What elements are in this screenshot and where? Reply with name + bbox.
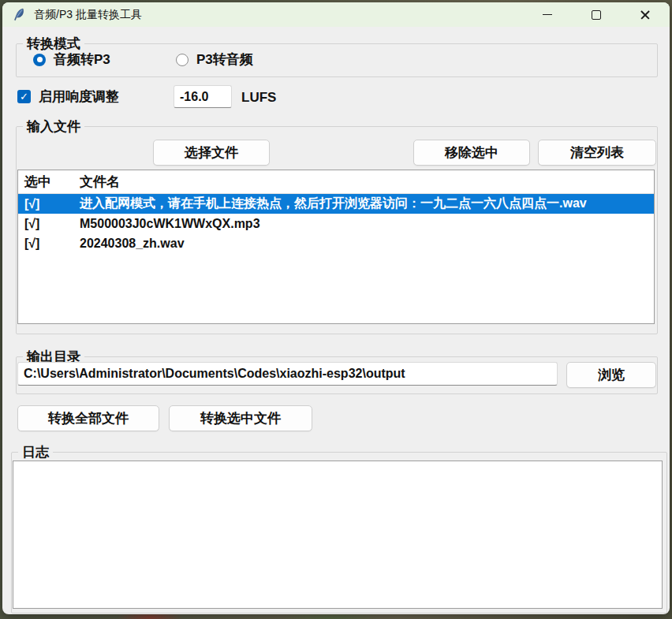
tk-feather-app-icon	[13, 8, 26, 21]
row-checked-cell: [√]	[18, 217, 75, 231]
radio-audio-to-p3-label: 音频转P3	[54, 50, 110, 69]
log-group-label: 日志	[18, 443, 53, 461]
select-files-button[interactable]: 选择文件	[153, 140, 270, 166]
loudness-checkbox-label: 启用响度调整	[39, 88, 119, 106]
table-row[interactable]: [√] 20240308_zh.wav	[18, 233, 654, 253]
loudness-value-input[interactable]	[174, 85, 232, 108]
maximize-button[interactable]	[572, 2, 621, 27]
loudness-checkbox[interactable]: 启用响度调整	[17, 88, 119, 106]
radio-audio-to-p3[interactable]: 音频转P3	[33, 50, 110, 69]
caption-buttons	[523, 2, 670, 27]
remove-selected-button[interactable]: 移除选中	[413, 140, 530, 166]
radio-unselected-icon	[176, 54, 189, 66]
app-window: 音频/P3 批量转换工具 转换模式 音频转P3	[2, 2, 670, 614]
output-dir-input[interactable]	[17, 362, 558, 386]
file-list-table: 选中 文件名 [√] 进入配网模式，请在手机上连接热点，然后打开浏览器访问：一九…	[17, 170, 655, 324]
maximize-icon	[592, 10, 601, 20]
row-filename-cell: 20240308_zh.wav	[75, 237, 654, 251]
file-table-header: 选中 文件名	[18, 170, 654, 194]
browse-button[interactable]: 浏览	[566, 362, 656, 388]
minimize-icon	[543, 14, 552, 15]
convert-selected-button[interactable]: 转换选中文件	[169, 405, 312, 431]
desktop-background: 音频/P3 批量转换工具 转换模式 音频转P3	[0, 0, 672, 619]
close-button[interactable]	[621, 2, 670, 27]
column-header-filename[interactable]: 文件名	[75, 173, 654, 191]
log-textarea[interactable]	[13, 461, 663, 609]
table-row[interactable]: [√] M500003J0cWK1WWxQX.mp3	[18, 214, 654, 233]
minimize-button[interactable]	[523, 2, 572, 27]
row-filename-cell: 进入配网模式，请在手机上连接热点，然后打开浏览器访问：一九二点一六八点四点一.w…	[75, 196, 654, 212]
row-checked-cell: [√]	[18, 237, 75, 251]
close-icon	[640, 9, 651, 21]
convert-all-button[interactable]: 转换全部文件	[17, 405, 159, 431]
mode-group: 转换模式 音频转P3 P3转音频	[16, 43, 658, 77]
table-row[interactable]: [√] 进入配网模式，请在手机上连接热点，然后打开浏览器访问：一九二点一六八点四…	[18, 194, 654, 214]
row-filename-cell: M500003J0cWK1WWxQX.mp3	[75, 217, 654, 231]
row-checked-cell: [√]	[18, 197, 75, 211]
column-header-checked[interactable]: 选中	[18, 173, 75, 191]
title-bar: 音频/P3 批量转换工具	[2, 2, 670, 27]
input-files-group-label: 输入文件	[23, 117, 84, 136]
lufs-unit-label: LUFS	[241, 90, 276, 106]
radio-p3-to-audio[interactable]: P3转音频	[176, 50, 253, 69]
clear-list-button[interactable]: 清空列表	[538, 140, 656, 166]
window-title: 音频/P3 批量转换工具	[34, 8, 142, 22]
radio-selected-icon	[33, 54, 46, 66]
checkbox-checked-icon	[17, 90, 31, 103]
radio-p3-to-audio-label: P3转音频	[196, 50, 253, 69]
